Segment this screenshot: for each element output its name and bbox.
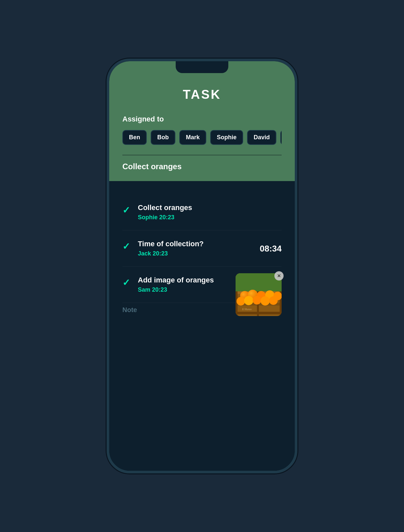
task-meta-1: Sophie 20:23 [138, 214, 282, 221]
close-image-button[interactable]: ✕ [274, 271, 284, 280]
svg-point-18 [261, 296, 270, 306]
task-item-3[interactable]: ✓ Add image of oranges Sam 20:23 ✕ [122, 267, 282, 303]
task-item-2[interactable]: ✓ Time of collection? Jack 20:23 08:34 [122, 230, 282, 267]
phone-frame: TASK Assigned to Ben Bob Mark Sophie Dav… [107, 59, 297, 473]
task-time-2: 08:34 [260, 243, 282, 253]
assignee-chip-sophie[interactable]: Sophie [210, 130, 243, 145]
svg-text:El Ranzo: El Ranzo [242, 308, 252, 311]
assignee-chip-ben[interactable]: Ben [122, 130, 147, 145]
phone-screen: TASK Assigned to Ben Bob Mark Sophie Dav… [109, 61, 295, 471]
svg-point-19 [269, 296, 278, 305]
assignee-chip-bob[interactable]: Bob [151, 130, 175, 145]
assignees-row: Ben Bob Mark Sophie David Erik Sm [122, 130, 282, 145]
divider [122, 155, 282, 155]
assignee-chip-david[interactable]: David [247, 130, 276, 145]
assignee-chip-mark[interactable]: Mark [179, 130, 206, 145]
svg-point-16 [244, 296, 253, 305]
task-image: El Ranzo [236, 273, 282, 316]
svg-point-15 [237, 297, 245, 306]
bottom-section: ✓ Collect oranges Sophie 20:23 ✓ Time of… [109, 181, 295, 471]
top-section: TASK Assigned to Ben Bob Mark Sophie Dav… [109, 61, 295, 181]
check-icon-1: ✓ [122, 205, 130, 216]
check-icon-3: ✓ [122, 277, 130, 288]
assigned-to-label: Assigned to [122, 115, 282, 123]
check-icon-2: ✓ [122, 241, 130, 252]
svg-rect-5 [236, 291, 238, 316]
section-title: Collect oranges [122, 162, 282, 171]
task-title-1: Collect oranges [138, 203, 282, 212]
page-title: TASK [122, 88, 282, 102]
svg-point-17 [253, 296, 261, 305]
assignee-chip-erik[interactable]: Erik [280, 130, 282, 145]
task-text-area-1: Collect oranges Sophie 20:23 [138, 203, 282, 221]
phone-container: TASK Assigned to Ben Bob Mark Sophie Dav… [100, 52, 304, 480]
task-image-container: ✕ [236, 273, 282, 316]
task-item-1[interactable]: ✓ Collect oranges Sophie 20:23 [122, 194, 282, 230]
phone-notch [176, 61, 228, 73]
